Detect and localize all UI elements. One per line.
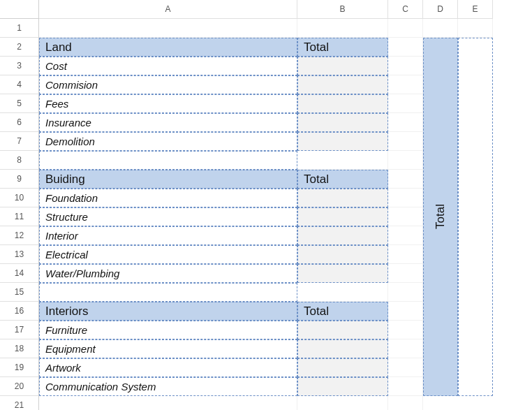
building-total-label[interactable]: Total	[297, 170, 388, 189]
interiors-item-artwork-value[interactable]	[297, 358, 388, 377]
cell-C15[interactable]	[388, 283, 423, 302]
interiors-item-comms-value[interactable]	[297, 377, 388, 396]
interiors-item-comms[interactable]: Communication System	[39, 377, 297, 396]
row-header-5[interactable]: 5	[0, 94, 39, 113]
building-item-plumbing[interactable]: Water/Plumbing	[39, 264, 297, 283]
row-header-11[interactable]: 11	[0, 207, 39, 226]
cell-C4[interactable]	[388, 75, 423, 94]
vertical-side[interactable]	[458, 38, 493, 396]
row-header-3[interactable]: 3	[0, 57, 39, 75]
cell-B15[interactable]	[297, 283, 388, 302]
cell-C8[interactable]	[388, 151, 423, 170]
row-header-7[interactable]: 7	[0, 132, 39, 151]
building-title[interactable]: Buiding	[39, 170, 297, 189]
cell-C18[interactable]	[388, 339, 423, 358]
building-item-foundation[interactable]: Foundation	[39, 189, 297, 207]
row-header-10[interactable]: 10	[0, 189, 39, 207]
col-header-A[interactable]: A	[39, 0, 297, 19]
building-item-electrical[interactable]: Electrical	[39, 245, 297, 264]
cell-C3[interactable]	[388, 57, 423, 75]
cell-C13[interactable]	[388, 245, 423, 264]
row-header-6[interactable]: 6	[0, 113, 39, 132]
building-item-plumbing-value[interactable]	[297, 264, 388, 283]
interiors-item-furniture-value[interactable]	[297, 321, 388, 339]
interiors-title[interactable]: Interiors	[39, 302, 297, 321]
land-total-label[interactable]: Total	[297, 38, 388, 57]
vertical-total[interactable]: Total	[423, 38, 458, 396]
cell-C19[interactable]	[388, 358, 423, 377]
cell-A8[interactable]	[39, 151, 297, 170]
interiors-item-equipment-value[interactable]	[297, 339, 388, 358]
row-header-19[interactable]: 19	[0, 358, 39, 377]
cell-C2[interactable]	[388, 38, 423, 57]
interiors-item-artwork[interactable]: Artwork	[39, 358, 297, 377]
row-header-20[interactable]: 20	[0, 377, 39, 396]
cell-C16[interactable]	[388, 302, 423, 321]
spreadsheet-grid[interactable]: A B C D E 1 2 Land Total Total 3 Cost 4 …	[0, 0, 532, 410]
cell-B1[interactable]	[297, 19, 388, 38]
cell-C17[interactable]	[388, 321, 423, 339]
land-item-commission[interactable]: Commision	[39, 75, 297, 94]
cell-B21[interactable]	[297, 396, 388, 410]
cell-C20[interactable]	[388, 377, 423, 396]
row-header-13[interactable]: 13	[0, 245, 39, 264]
building-item-interior-value[interactable]	[297, 226, 388, 245]
building-item-structure[interactable]: Structure	[39, 207, 297, 226]
row-header-1[interactable]: 1	[0, 19, 39, 38]
land-title[interactable]: Land	[39, 38, 297, 57]
select-all-corner[interactable]	[0, 0, 39, 19]
cell-C10[interactable]	[388, 189, 423, 207]
row-header-4[interactable]: 4	[0, 75, 39, 94]
land-item-demolition[interactable]: Demolition	[39, 132, 297, 151]
row-header-2[interactable]: 2	[0, 38, 39, 57]
building-item-foundation-value[interactable]	[297, 189, 388, 207]
land-item-fees-value[interactable]	[297, 94, 388, 113]
cell-C21[interactable]	[388, 396, 423, 410]
land-item-insurance-value[interactable]	[297, 113, 388, 132]
land-item-cost[interactable]: Cost	[39, 57, 297, 75]
col-header-C[interactable]: C	[388, 0, 423, 19]
interiors-item-equipment[interactable]: Equipment	[39, 339, 297, 358]
cell-E1[interactable]	[458, 19, 493, 38]
row-header-12[interactable]: 12	[0, 226, 39, 245]
row-header-14[interactable]: 14	[0, 264, 39, 283]
cell-B8[interactable]	[297, 151, 388, 170]
row-header-21[interactable]: 21	[0, 396, 39, 410]
cell-C6[interactable]	[388, 113, 423, 132]
row-header-18[interactable]: 18	[0, 339, 39, 358]
cell-A15[interactable]	[39, 283, 297, 302]
row-header-9[interactable]: 9	[0, 170, 39, 189]
col-header-D[interactable]: D	[423, 0, 458, 19]
land-item-fees[interactable]: Fees	[39, 94, 297, 113]
cell-D1[interactable]	[423, 19, 458, 38]
cell-C1[interactable]	[388, 19, 423, 38]
row-header-8[interactable]: 8	[0, 151, 39, 170]
land-item-insurance[interactable]: Insurance	[39, 113, 297, 132]
building-item-electrical-value[interactable]	[297, 245, 388, 264]
cell-C9[interactable]	[388, 170, 423, 189]
building-item-interior[interactable]: Interior	[39, 226, 297, 245]
row-header-16[interactable]: 16	[0, 302, 39, 321]
interiors-item-furniture[interactable]: Furniture	[39, 321, 297, 339]
cell-C12[interactable]	[388, 226, 423, 245]
land-item-cost-value[interactable]	[297, 57, 388, 75]
cell-C11[interactable]	[388, 207, 423, 226]
row-header-15[interactable]: 15	[0, 283, 39, 302]
cell-C14[interactable]	[388, 264, 423, 283]
col-header-E[interactable]: E	[458, 0, 493, 19]
cell-A1[interactable]	[39, 19, 297, 38]
row-header-17[interactable]: 17	[0, 321, 39, 339]
cell-A21[interactable]	[39, 396, 297, 410]
cell-C5[interactable]	[388, 94, 423, 113]
building-item-structure-value[interactable]	[297, 207, 388, 226]
interiors-total-label[interactable]: Total	[297, 302, 388, 321]
land-item-commission-value[interactable]	[297, 75, 388, 94]
col-header-B[interactable]: B	[297, 0, 388, 19]
cell-C7[interactable]	[388, 132, 423, 151]
land-item-demolition-value[interactable]	[297, 132, 388, 151]
